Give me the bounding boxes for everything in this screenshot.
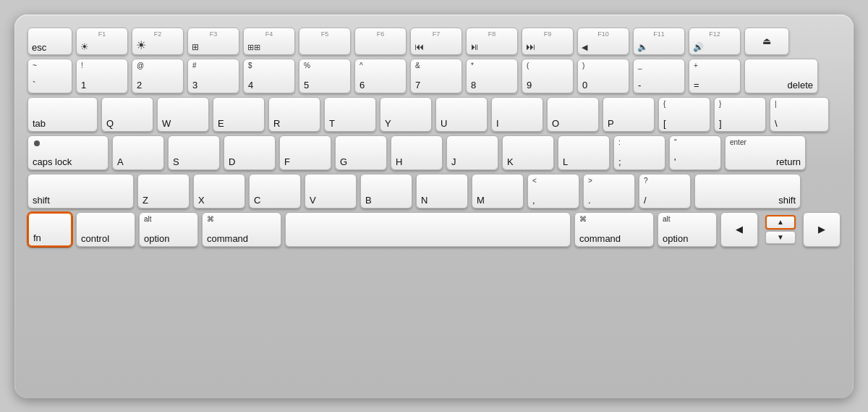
key-f9[interactable]: F9 ⏭ bbox=[522, 28, 574, 55]
key-j[interactable]: J bbox=[446, 135, 498, 170]
key-y[interactable]: Y bbox=[380, 97, 432, 132]
qwerty-key-row: tab Q W E R T Y U I O P { [ } ] | \ bbox=[27, 97, 841, 132]
key-i[interactable]: I bbox=[491, 97, 543, 132]
key-m[interactable]: M bbox=[472, 174, 524, 209]
key-left-shift[interactable]: shift bbox=[27, 174, 134, 209]
key-left-option[interactable]: alt option bbox=[139, 212, 198, 247]
key-9[interactable]: ( 9 bbox=[522, 59, 574, 93]
key-f11[interactable]: F11 🔈 bbox=[633, 28, 685, 55]
key-4[interactable]: $ 4 bbox=[243, 59, 295, 93]
key-5[interactable]: % 5 bbox=[299, 59, 351, 93]
key-fn[interactable]: fn bbox=[27, 212, 72, 247]
key-c[interactable]: C bbox=[249, 174, 301, 209]
fn-key-row: esc F1 ☀ F2 ☀ F3 ⊞ F4 ⊞⊞ F5 F6 F7 ⏮ F8 bbox=[27, 28, 841, 55]
key-enter[interactable]: enter return bbox=[725, 135, 806, 170]
key-8[interactable]: * 8 bbox=[466, 59, 518, 93]
key-space[interactable] bbox=[285, 212, 571, 247]
key-f10[interactable]: F10 ◀ bbox=[577, 28, 629, 55]
key-v[interactable]: V bbox=[305, 174, 357, 209]
key-right-shift[interactable]: shift bbox=[694, 174, 801, 209]
key-left-command[interactable]: ⌘ command bbox=[202, 212, 281, 247]
key-slash[interactable]: ? / bbox=[639, 174, 691, 209]
key-eject[interactable]: ⏏ bbox=[744, 28, 789, 55]
key-r[interactable]: R bbox=[268, 97, 320, 132]
key-q[interactable]: Q bbox=[101, 97, 153, 132]
key-quote[interactable]: " ' bbox=[669, 135, 721, 170]
key-comma[interactable]: < , bbox=[527, 174, 579, 209]
key-7[interactable]: & 7 bbox=[410, 59, 462, 93]
keyboard: esc F1 ☀ F2 ☀ F3 ⊞ F4 ⊞⊞ F5 F6 F7 ⏮ F8 bbox=[14, 14, 854, 398]
key-f8[interactable]: F8 ⏯ bbox=[466, 28, 518, 55]
key-caps-lock[interactable]: caps lock bbox=[27, 135, 109, 170]
key-equals[interactable]: + = bbox=[689, 59, 741, 93]
key-rbracket[interactable]: } ] bbox=[714, 97, 766, 132]
key-right-option[interactable]: alt option bbox=[658, 212, 717, 247]
key-arrow-left[interactable]: ◀ bbox=[720, 212, 758, 247]
key-tilde[interactable]: ~ ` bbox=[27, 59, 72, 93]
key-esc[interactable]: esc bbox=[27, 28, 72, 55]
bottom-key-row: fn control alt option ⌘ command ⌘ comman… bbox=[27, 212, 841, 247]
key-u[interactable]: U bbox=[435, 97, 488, 132]
key-lbracket[interactable]: { [ bbox=[658, 97, 710, 132]
key-delete[interactable]: delete bbox=[744, 59, 818, 93]
key-a[interactable]: A bbox=[112, 135, 164, 170]
key-tab[interactable]: tab bbox=[27, 97, 98, 132]
asdf-key-row: caps lock A S D F G H J K L : ; " ' ente… bbox=[27, 135, 841, 170]
key-control[interactable]: control bbox=[76, 212, 135, 247]
key-f4[interactable]: F4 ⊞⊞ bbox=[243, 28, 295, 55]
key-arrow-up[interactable]: ▲ bbox=[765, 215, 796, 230]
key-f3[interactable]: F3 ⊞ bbox=[187, 28, 239, 55]
key-z[interactable]: Z bbox=[137, 174, 190, 209]
zxcv-key-row: shift Z X C V B N M < , > . ? / shift bbox=[27, 174, 841, 209]
key-1[interactable]: ! 1 bbox=[76, 59, 128, 93]
key-f[interactable]: F bbox=[279, 135, 331, 170]
key-f6[interactable]: F6 bbox=[354, 28, 407, 55]
key-o[interactable]: O bbox=[547, 97, 599, 132]
key-t[interactable]: T bbox=[324, 97, 376, 132]
key-e[interactable]: E bbox=[213, 97, 265, 132]
key-b[interactable]: B bbox=[360, 174, 412, 209]
key-h[interactable]: H bbox=[391, 135, 443, 170]
key-x[interactable]: X bbox=[193, 174, 245, 209]
key-minus[interactable]: _ - bbox=[633, 59, 685, 93]
key-n[interactable]: N bbox=[416, 174, 468, 209]
key-period[interactable]: > . bbox=[583, 174, 635, 209]
key-k[interactable]: K bbox=[502, 135, 554, 170]
key-f2[interactable]: F2 ☀ bbox=[132, 28, 184, 55]
key-f1[interactable]: F1 ☀ bbox=[76, 28, 128, 55]
key-g[interactable]: G bbox=[335, 135, 387, 170]
key-arrow-right[interactable]: ▶ bbox=[803, 212, 841, 247]
key-2[interactable]: @ 2 bbox=[132, 59, 184, 93]
key-w[interactable]: W bbox=[157, 97, 209, 132]
key-f5[interactable]: F5 bbox=[299, 28, 351, 55]
key-s[interactable]: S bbox=[168, 135, 220, 170]
key-3[interactable]: # 3 bbox=[187, 59, 239, 93]
key-p[interactable]: P bbox=[603, 97, 655, 132]
key-right-command[interactable]: ⌘ command bbox=[574, 212, 654, 247]
key-l[interactable]: L bbox=[558, 135, 610, 170]
key-6[interactable]: ^ 6 bbox=[354, 59, 407, 93]
key-d[interactable]: D bbox=[224, 135, 276, 170]
key-semicolon[interactable]: : ; bbox=[613, 135, 665, 170]
key-arrow-down[interactable]: ▼ bbox=[765, 231, 796, 244]
key-0[interactable]: ) 0 bbox=[577, 59, 629, 93]
key-f7[interactable]: F7 ⏮ bbox=[410, 28, 462, 55]
number-key-row: ~ ` ! 1 @ 2 # 3 $ 4 % 5 ^ 6 & 7 bbox=[27, 59, 841, 93]
key-f12[interactable]: F12 🔊 bbox=[689, 28, 741, 55]
key-arrow-up-down[interactable]: ▲ ▼ bbox=[762, 212, 799, 247]
key-backslash[interactable]: | \ bbox=[770, 97, 829, 132]
